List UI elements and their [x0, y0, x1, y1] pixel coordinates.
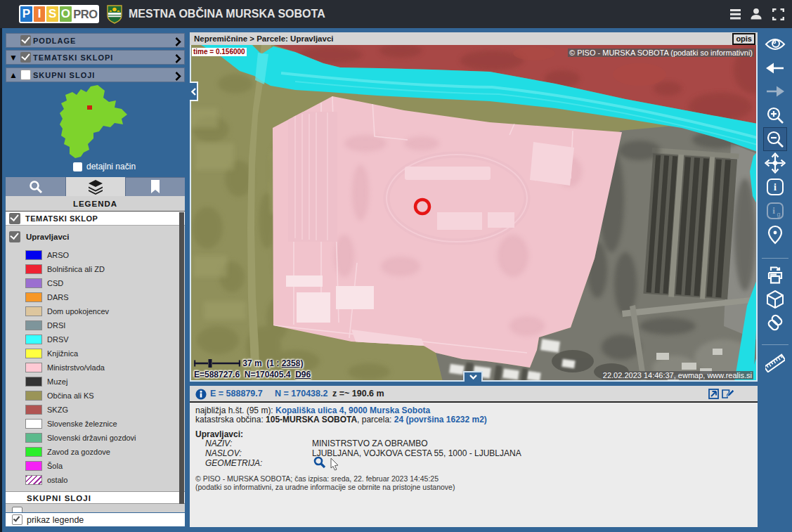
svg-text:g: g	[777, 211, 780, 218]
svg-text:i: i	[774, 182, 777, 193]
svg-text:i: i	[772, 205, 775, 216]
